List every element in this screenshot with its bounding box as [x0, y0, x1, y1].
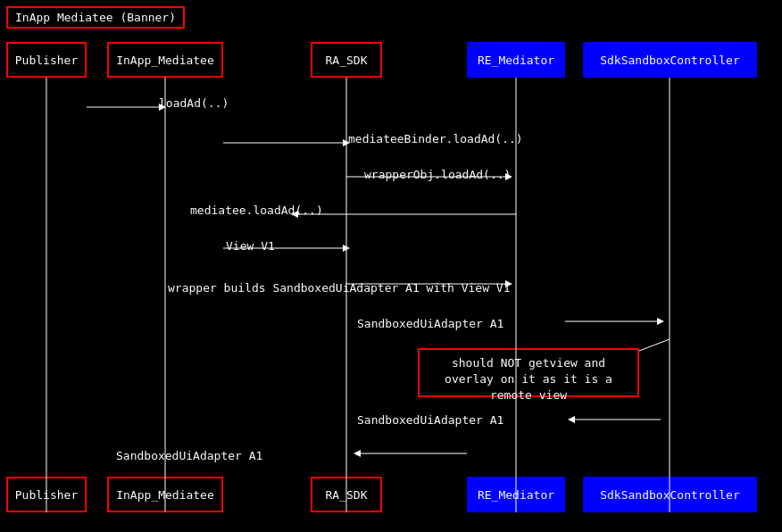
diagram-container: InApp Mediatee (Banner) Publisher InApp_…: [0, 0, 782, 532]
note-should-not: should NOT getview andoverlay on it as i…: [418, 348, 639, 397]
sdk-sandbox-bot: SdkSandboxController: [583, 477, 757, 512]
sdk-sandbox-top: SdkSandboxController: [583, 42, 757, 78]
ra-sdk-top: RA_SDK: [311, 42, 382, 78]
svg-line-19: [639, 339, 670, 351]
svg-marker-21: [568, 416, 575, 423]
label-wrapper-builds: wrapper builds SandboxedUiAdapter A1 wit…: [168, 281, 511, 295]
inapp-mediatee-bot: InApp_Mediatee: [107, 477, 223, 512]
ra-sdk-bot: RA_SDK: [311, 477, 382, 512]
label-wrapper-obj: wrapperObj.loadAd(..): [364, 168, 511, 181]
diagram-title: InApp Mediatee (Banner): [6, 6, 185, 29]
svg-marker-18: [657, 318, 664, 325]
svg-marker-14: [343, 245, 350, 252]
label-sandboxed-2: SandboxedUiAdapter A1: [357, 413, 503, 427]
label-sandboxed-3: SandboxedUiAdapter A1: [116, 449, 262, 462]
label-view-v1: View V1: [226, 239, 275, 253]
publisher-top: Publisher: [6, 42, 87, 78]
inapp-mediatee-top: InApp_Mediatee: [107, 42, 223, 78]
note-text: should NOT getview andoverlay on it as i…: [445, 356, 612, 402]
publisher-bot: Publisher: [6, 477, 87, 512]
re-mediator-top: RE_Mediator: [467, 42, 565, 78]
label-mediatee-binder: mediateeBinder.loadAd(..): [348, 132, 523, 145]
label-loadad: loadAd(..): [159, 96, 229, 110]
svg-marker-23: [354, 450, 361, 457]
label-mediatee-loadad: mediatee.loadAd(..): [190, 204, 323, 217]
re-mediator-bot: RE_Mediator: [467, 477, 565, 512]
label-sandboxed-1: SandboxedUiAdapter A1: [357, 317, 503, 330]
